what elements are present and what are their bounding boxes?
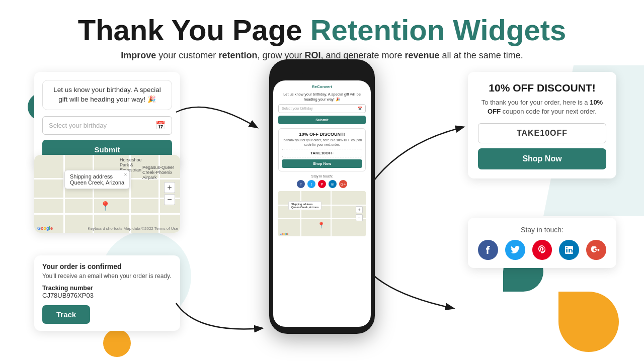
map-popup-line2: Queen Creek, Arizona xyxy=(70,179,124,186)
phone-submit-btn[interactable]: Submit xyxy=(278,116,366,124)
phone-shop-btn[interactable]: Shop Now xyxy=(282,159,362,168)
googleplus-icon[interactable] xyxy=(586,240,606,260)
phone-app-logo: ReConvert xyxy=(278,84,366,89)
map-popup-line1: Shipping address xyxy=(70,173,124,179)
phone-social-icons: f t P in G+ xyxy=(278,180,366,188)
pinterest-icon[interactable] xyxy=(532,240,552,260)
subtitle-p4: , grow your xyxy=(257,50,304,60)
map-area: HorseshoePark &Equestrian Pegasus-QueerC… xyxy=(34,155,180,233)
map-label-pegasus: Pegasus-QueerCreek-PhoenixAirpark xyxy=(142,165,174,180)
subtitle-retention: retention xyxy=(218,50,257,60)
phone-social-title: Stay in touch: xyxy=(278,174,366,178)
birthday-callout: Let us know your birthday. A special gif… xyxy=(42,80,172,110)
map-pin: 📍 xyxy=(100,201,111,212)
discount-title: 10% OFF DISCOUNT! xyxy=(478,82,606,94)
phone-map-popup: Shipping address Queen Creek, Arizona xyxy=(288,201,321,210)
phone-gp-icon[interactable]: G+ xyxy=(339,180,347,188)
phone-screen: ReConvert Let us know your birthday. A s… xyxy=(273,80,371,327)
phone-zoom: + − xyxy=(356,206,363,221)
map-zoom-out[interactable]: − xyxy=(164,194,175,205)
phone-pi-icon[interactable]: P xyxy=(318,180,326,188)
birthday-widget: Let us know your birthday. A special gif… xyxy=(34,72,180,167)
phone-zoom-out[interactable]: − xyxy=(356,214,363,221)
map-widget: HorseshoePark &Equestrian Pegasus-QueerC… xyxy=(34,155,180,233)
birthday-placeholder: Select your birthday xyxy=(49,122,107,129)
coupon-code: TAKE10OFF xyxy=(478,123,606,143)
tracking-number: CJ78UB976XP03 xyxy=(42,292,172,299)
subtitle-p2: your customer xyxy=(156,50,218,60)
phone-date-input[interactable]: Select your birthday 📅 xyxy=(278,104,366,113)
social-label: Stay in touch: xyxy=(478,226,606,234)
phone-map-mini: Shipping address Queen Creek, Arizona 📍 … xyxy=(278,191,366,236)
track-button[interactable]: Track xyxy=(42,305,90,324)
subtitle-revenue: revenue xyxy=(405,50,440,60)
shop-now-button[interactable]: Shop Now xyxy=(478,148,606,169)
email-note-text: You'll receive an email when your order … xyxy=(42,273,172,280)
phone-outer: ReConvert Let us know your birthday. A s… xyxy=(269,59,375,334)
phone-discount-title: 10% OFF DISCOUNT! xyxy=(282,132,362,137)
linkedin-icon[interactable] xyxy=(559,240,579,260)
title-black: Thank You Page xyxy=(78,14,310,46)
subtitle-p8: all at the same time. xyxy=(440,50,523,60)
phone-mockup: ReConvert Let us know your birthday. A s… xyxy=(269,59,375,334)
map-zoom-controls: + − xyxy=(164,182,175,205)
phone-cal-icon: 📅 xyxy=(358,107,362,111)
tracking-widget: Your order is confirmed You'll receive a… xyxy=(34,255,180,331)
discount-widget: 10% OFF DISCOUNT! To thank you for your … xyxy=(468,72,616,178)
map-popup-close[interactable]: × xyxy=(124,172,127,177)
phone-fb-icon[interactable]: f xyxy=(297,180,305,188)
phone-notch xyxy=(302,66,342,77)
phone-discount-box: 10% OFF DISCOUNT! To thank you for your … xyxy=(278,128,366,171)
subtitle-roi: ROI xyxy=(304,50,320,60)
phone-google-logo: Google xyxy=(280,232,288,235)
phone-zoom-in[interactable]: + xyxy=(356,206,363,213)
calendar-icon: 📅 xyxy=(155,121,166,130)
phone-tw-icon[interactable]: t xyxy=(307,180,315,188)
title-teal: Retention Widgets xyxy=(310,14,567,46)
facebook-icon[interactable] xyxy=(478,240,498,260)
arrow-track-to-phone xyxy=(166,283,272,348)
social-icons-row xyxy=(478,240,606,260)
page-title: Thank You Page Retention Widgets xyxy=(30,14,614,46)
social-widget: Stay in touch: xyxy=(468,218,616,268)
subtitle-p6: , and generate more xyxy=(320,50,405,60)
map-footer: Keyboard shortcuts Map data ©2022 Terms … xyxy=(88,226,178,231)
phone-social-section: Stay in touch: f t P in G+ xyxy=(278,174,366,188)
arrow-phone-to-discount xyxy=(362,117,473,198)
phone-li-icon[interactable]: in xyxy=(329,180,337,188)
order-confirmed-text: Your order is confirmed xyxy=(42,262,172,270)
discount-description: To thank you for your order, here is a 1… xyxy=(478,98,606,116)
map-popup: × Shipping address Queen Creek, Arizona xyxy=(64,170,130,189)
page-header: Thank You Page Retention Widgets Improve… xyxy=(0,0,644,67)
tracking-label: Tracking number xyxy=(42,285,172,292)
phone-discount-desc: To thank you for your order, here is a 1… xyxy=(282,138,362,147)
arrow-birthday-to-phone xyxy=(166,87,282,147)
google-logo: Google xyxy=(37,226,53,231)
main-content: Let us know your birthday. A special gif… xyxy=(0,67,644,338)
phone-content: ReConvert Let us know your birthday. A s… xyxy=(273,80,371,240)
subtitle-improve: Improve xyxy=(121,50,156,60)
phone-coupon: TAKE10OFF xyxy=(282,149,362,157)
phone-date-placeholder: Select your birthday xyxy=(282,107,313,111)
phone-birthday-msg: Let us know your birthday. A special gif… xyxy=(278,92,366,102)
phone-map-pin: 📍 xyxy=(317,222,325,229)
twitter-icon[interactable] xyxy=(505,240,525,260)
birthday-date-input[interactable]: Select your birthday 📅 xyxy=(42,116,172,135)
map-zoom-in[interactable]: + xyxy=(164,182,175,193)
